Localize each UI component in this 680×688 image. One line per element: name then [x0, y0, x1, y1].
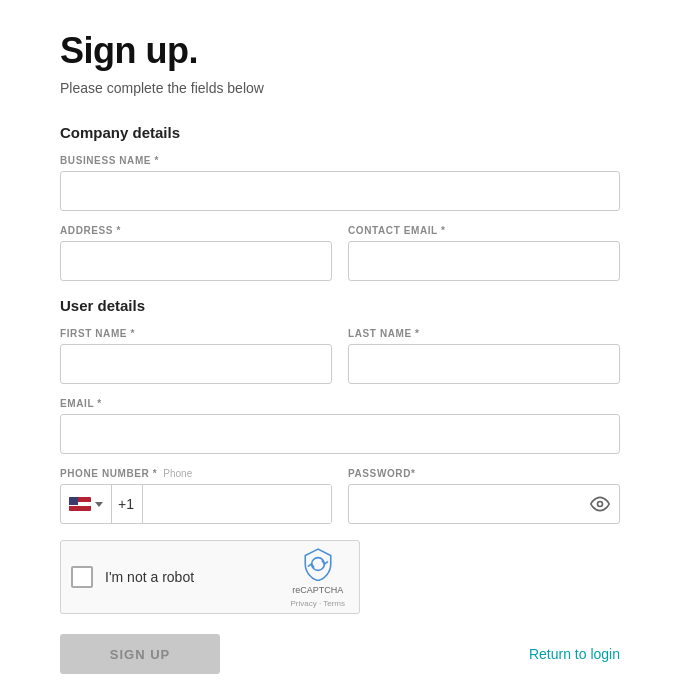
last-name-input[interactable]: [348, 344, 620, 384]
captcha-left: I'm not a robot: [71, 566, 194, 588]
phone-country-selector[interactable]: [61, 485, 112, 523]
company-section-title: Company details: [60, 124, 620, 141]
chevron-down-icon: [95, 502, 103, 507]
phone-password-row: PHONE NUMBER * Phone +1: [60, 468, 620, 524]
captcha-box: I'm not a robot reCAPTCHA Privacy · Term…: [60, 540, 360, 614]
eye-icon: [590, 494, 610, 514]
recaptcha-logo: [301, 547, 335, 581]
first-name-group: FIRST NAME *: [60, 328, 332, 384]
password-input[interactable]: [348, 484, 620, 524]
contact-email-input[interactable]: [348, 241, 620, 281]
captcha-checkbox[interactable]: [71, 566, 93, 588]
last-name-group: LAST NAME *: [348, 328, 620, 384]
recaptcha-icon: [301, 547, 335, 581]
phone-input-wrapper: +1: [60, 484, 332, 524]
address-group: ADDRESS *: [60, 225, 332, 281]
user-section-title: User details: [60, 297, 620, 314]
page-subtitle: Please complete the fields below: [60, 80, 620, 96]
last-name-label: LAST NAME *: [348, 328, 620, 339]
svg-point-0: [598, 502, 603, 507]
form-actions: SIGN UP Return to login: [60, 634, 620, 674]
signup-button[interactable]: SIGN UP: [60, 634, 220, 674]
email-group: EMAIL *: [60, 398, 620, 454]
return-to-login-link[interactable]: Return to login: [529, 646, 620, 662]
toggle-password-button[interactable]: [590, 494, 610, 514]
first-name-input[interactable]: [60, 344, 332, 384]
recaptcha-privacy-link[interactable]: Privacy: [290, 599, 316, 608]
phone-label: PHONE NUMBER *: [60, 468, 157, 479]
password-wrapper: [348, 484, 620, 524]
address-input[interactable]: [60, 241, 332, 281]
phone-sub-label: Phone: [163, 468, 192, 479]
password-label: PASSWORD*: [348, 468, 620, 479]
user-details-section: User details FIRST NAME * LAST NAME * EM…: [60, 297, 620, 524]
business-name-input[interactable]: [60, 171, 620, 211]
phone-number-input[interactable]: [143, 484, 331, 524]
contact-email-group: CONTACT EMAIL *: [348, 225, 620, 281]
recaptcha-brand-text: reCAPTCHA: [292, 585, 343, 595]
captcha-right: reCAPTCHA Privacy · Terms: [290, 547, 345, 608]
email-label: EMAIL *: [60, 398, 620, 409]
page-title: Sign up.: [60, 30, 620, 72]
phone-group: PHONE NUMBER * Phone +1: [60, 468, 332, 524]
phone-prefix: +1: [112, 485, 143, 523]
business-name-group: BUSINESS NAME *: [60, 155, 620, 211]
address-label: ADDRESS *: [60, 225, 332, 236]
email-input[interactable]: [60, 414, 620, 454]
first-name-label: FIRST NAME *: [60, 328, 332, 339]
company-details-section: Company details BUSINESS NAME * ADDRESS …: [60, 124, 620, 281]
recaptcha-links: Privacy · Terms: [290, 599, 345, 608]
business-name-label: BUSINESS NAME *: [60, 155, 620, 166]
address-contact-row: ADDRESS * CONTACT EMAIL *: [60, 225, 620, 281]
captcha-section: I'm not a robot reCAPTCHA Privacy · Term…: [60, 540, 620, 614]
signup-form: Sign up. Please complete the fields belo…: [60, 30, 620, 674]
contact-email-label: CONTACT EMAIL *: [348, 225, 620, 236]
recaptcha-terms-link[interactable]: Terms: [323, 599, 345, 608]
name-row: FIRST NAME * LAST NAME *: [60, 328, 620, 384]
captcha-label: I'm not a robot: [105, 569, 194, 585]
us-flag-icon: [69, 497, 91, 511]
password-group: PASSWORD*: [348, 468, 620, 524]
